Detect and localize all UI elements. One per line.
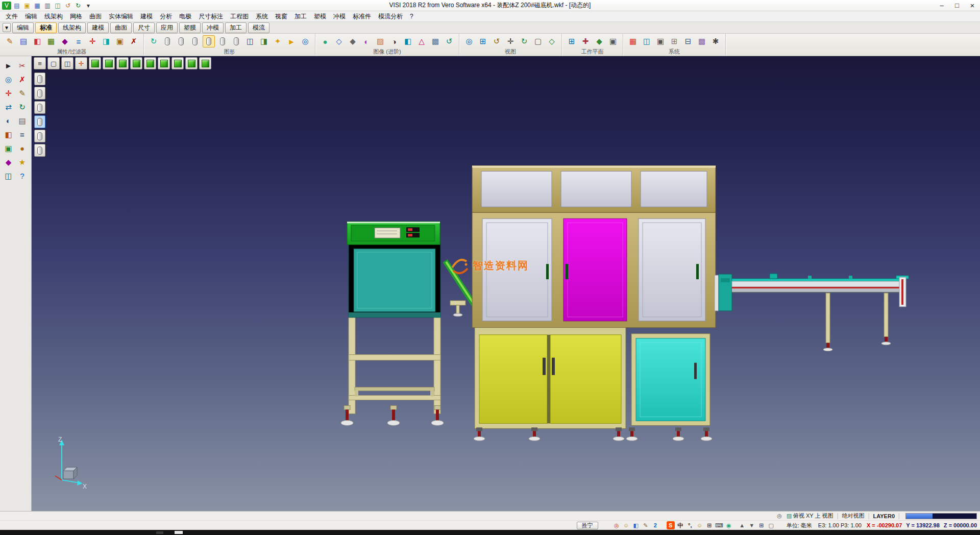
right-cube-icon[interactable] — [130, 57, 142, 69]
dimetric-cube-icon[interactable] — [199, 57, 211, 69]
palette-icon[interactable]: ◧ — [632, 521, 640, 529]
copy-graphics-icon[interactable]: ◫ — [244, 35, 256, 47]
favorites-icon[interactable]: ★ — [16, 156, 29, 168]
highlight-icon[interactable]: ✦ — [272, 35, 284, 47]
active-layer-label[interactable]: LAYER0 — [873, 513, 895, 519]
pin-up-icon[interactable]: ▲ — [738, 521, 746, 529]
menu-item[interactable]: 建模 — [137, 12, 156, 21]
move-icon[interactable]: ⇄ — [2, 101, 15, 113]
sogou-icon[interactable]: S — [667, 521, 675, 529]
tab-加工[interactable]: 加工 — [225, 22, 247, 33]
tab-编辑[interactable]: 编辑 — [12, 22, 34, 33]
punctuation-icon[interactable]: °, — [686, 521, 694, 529]
mic-icon[interactable]: ◉ — [725, 521, 733, 529]
view-filter-5-icon[interactable] — [34, 130, 45, 142]
triad-icon[interactable]: ✛ — [75, 57, 87, 69]
visi-logo[interactable]: V — [2, 2, 11, 10]
plane-indicator-icon[interactable]: ▨ — [785, 512, 793, 520]
numpad-icon[interactable]: ⊞ — [705, 521, 714, 529]
texture-icon[interactable]: ▨ — [374, 35, 386, 47]
calculator-icon[interactable]: ⊟ — [682, 35, 694, 47]
keyboard-icon[interactable]: ⌨ — [715, 521, 723, 529]
isolate-icon[interactable] — [230, 35, 242, 47]
paint-icon[interactable]: ◧ — [2, 128, 15, 141]
screenshot-icon[interactable]: ▣ — [654, 35, 667, 47]
examine-icon[interactable]: ◎ — [299, 35, 311, 47]
menu-item[interactable]: 冲模 — [330, 12, 349, 21]
emoji-icon[interactable]: ☺ — [696, 521, 704, 529]
select-icon[interactable]: ► — [2, 59, 15, 72]
view-filter-6-icon[interactable] — [34, 144, 45, 157]
menu-item[interactable]: ? — [406, 13, 417, 20]
chinese-mode-icon[interactable]: 中 — [676, 521, 684, 529]
settings-icon[interactable]: ✱ — [709, 35, 722, 47]
taskbar-strip[interactable] — [0, 530, 980, 535]
workplane-standard-icon[interactable]: ⊞ — [566, 35, 578, 47]
close-button[interactable]: × — [965, 1, 980, 11]
menu-item[interactable]: 分析 — [156, 12, 176, 21]
left-cube-icon[interactable] — [144, 57, 156, 69]
target-icon[interactable]: ◎ — [612, 521, 621, 529]
pin-down-icon[interactable]: ▼ — [748, 521, 756, 529]
workplane-indicator[interactable]: 俯视 XY 上 视图 — [793, 512, 834, 520]
surface-filter-icon[interactable]: ◨ — [100, 35, 112, 47]
rotate-view-icon[interactable]: ↻ — [518, 35, 530, 47]
view-filter-1-icon[interactable] — [34, 72, 45, 85]
preview-icon[interactable]: ◫ — [53, 2, 62, 10]
undo-icon[interactable]: ↺ — [63, 2, 72, 10]
zoom-dynamic-icon[interactable]: ◎ — [2, 73, 15, 86]
viewport-canvas[interactable]: Z X — [32, 56, 980, 511]
menu-item[interactable]: 塑模 — [310, 12, 330, 21]
tab-线架构[interactable]: 线架构 — [58, 22, 86, 33]
delete-icon[interactable]: ✗ — [16, 73, 29, 86]
layers-icon[interactable]: ≡ — [16, 128, 29, 141]
menu-item[interactable]: 实体编辑 — [105, 12, 137, 21]
redo-icon[interactable]: ↻ — [74, 2, 83, 10]
show-all-icon[interactable] — [189, 35, 201, 47]
world-icon[interactable]: ◐ — [2, 114, 15, 127]
type-filter-icon[interactable]: ◆ — [59, 35, 71, 47]
tab-模流[interactable]: 模流 — [248, 22, 270, 33]
measure-icon[interactable]: ◆ — [2, 156, 15, 168]
bottom-cube-icon[interactable] — [172, 57, 184, 69]
help-tool-icon[interactable]: ? — [16, 169, 29, 182]
workplane-3points-icon[interactable]: ✚ — [579, 35, 592, 47]
tab-曲面[interactable]: 曲面 — [110, 22, 132, 33]
open-icon[interactable]: ▣ — [22, 2, 32, 10]
single-window-icon[interactable]: ▢ — [47, 57, 60, 69]
menu-item[interactable]: 曲面 — [86, 12, 105, 21]
menu-item[interactable]: 编辑 — [21, 12, 41, 21]
pen-icon[interactable]: ✎ — [642, 521, 650, 529]
customize-arrow-icon[interactable]: ▾ — [84, 2, 93, 10]
model-left-machine[interactable] — [341, 222, 444, 425]
cube-icon[interactable]: ▣ — [2, 142, 15, 155]
invert-visibility-icon[interactable] — [216, 35, 229, 47]
menu-item[interactable]: 电极 — [176, 12, 195, 21]
point-filter-icon[interactable]: ✛ — [86, 35, 99, 47]
view-filter-3-icon[interactable] — [34, 101, 45, 114]
front-view-icon[interactable]: ▢ — [532, 35, 544, 47]
menu-item[interactable]: 网格 — [66, 12, 86, 21]
clip-icon[interactable]: ◫ — [2, 169, 15, 182]
sheet-icon[interactable]: ▤ — [16, 114, 29, 127]
workplane-entity-icon[interactable]: ◆ — [593, 35, 605, 47]
render-icon[interactable]: ◐ — [360, 35, 373, 47]
grid-icon[interactable]: ⊞ — [668, 35, 680, 47]
attributes-icon[interactable]: ✎ — [4, 35, 16, 47]
line-filter-icon[interactable]: ≡ — [72, 35, 85, 47]
raster-icon[interactable]: ▩ — [696, 35, 708, 47]
tabs-dropdown-arrow[interactable]: ▾ — [3, 23, 11, 32]
menu-item[interactable]: 系统 — [252, 12, 272, 21]
tab-建模[interactable]: 建模 — [87, 22, 109, 33]
panel-icon[interactable]: ⊞ — [757, 521, 766, 529]
sketch-icon[interactable]: ✎ — [16, 87, 29, 100]
menu-item[interactable]: 文件 — [2, 12, 21, 21]
3d-viewport[interactable]: ≡▢◫✛ — [32, 56, 980, 511]
maximize-button[interactable]: □ — [949, 1, 965, 11]
solid-filter-icon[interactable]: ▣ — [114, 35, 126, 47]
sphere-icon[interactable]: ● — [16, 142, 29, 155]
minimize-button[interactable]: – — [934, 1, 949, 11]
refresh-image-icon[interactable]: ↺ — [443, 35, 455, 47]
tab-应用[interactable]: 应用 — [156, 22, 178, 33]
menu-item[interactable]: 加工 — [291, 12, 310, 21]
